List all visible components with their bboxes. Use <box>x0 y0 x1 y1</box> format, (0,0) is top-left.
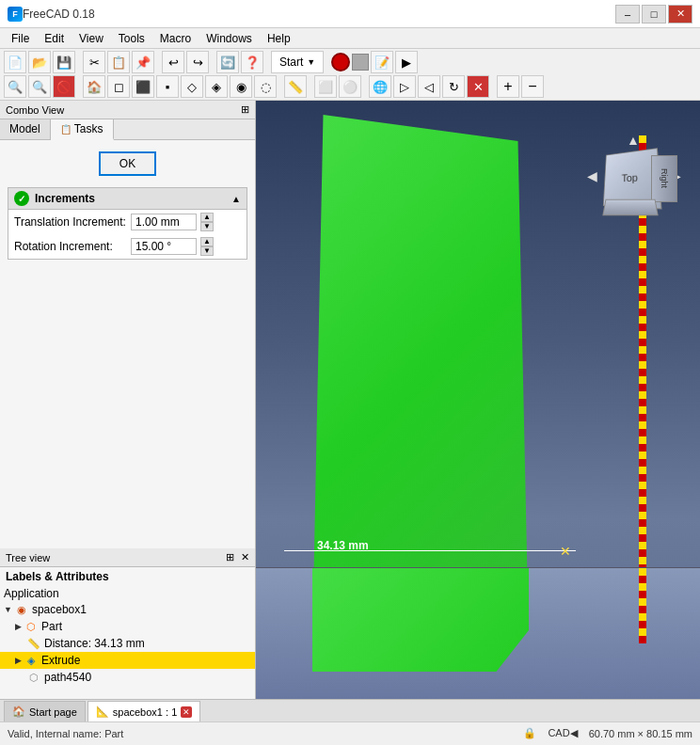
left-panel: Combo View ⊞ Model 📋 Tasks OK ✓ Incremen… <box>0 101 256 699</box>
spacebox1-expand[interactable]: ▼ <box>4 605 12 614</box>
zoom-in-button[interactable]: 🔍 <box>4 75 26 98</box>
open-button[interactable]: 📂 <box>28 51 51 73</box>
macro-edit-button[interactable]: 📝 <box>371 51 393 73</box>
macro-run-button[interactable]: ▶ <box>395 51 418 73</box>
tab-spacebox1[interactable]: 📐 spacebox1 : 1 ✕ <box>88 701 201 721</box>
left-view-button[interactable]: ◌ <box>254 75 277 98</box>
tab-model[interactable]: Model <box>0 119 51 139</box>
combo-view-expand[interactable]: ⊞ <box>241 103 249 116</box>
toolbar-area: 📄 📂 💾 ✂ 📋 📌 ↩ ↪ 🔄 ❓ Start ▼ 📝 ▶ 🔍 🔍 🚫 🏠 … <box>0 49 700 101</box>
tree-header-label: Tree view <box>6 552 50 563</box>
shape-border-bottom <box>639 568 646 643</box>
face-select-button[interactable]: ⬜ <box>314 75 337 98</box>
tree-distance-item[interactable]: 📏 Distance: 34.13 mm <box>0 635 255 652</box>
whatsthis-button[interactable]: ❓ <box>241 51 263 73</box>
zoom-minus-button[interactable]: − <box>521 75 544 98</box>
nav-right-button[interactable]: ▷ <box>393 75 416 98</box>
undo-button[interactable]: ↩ <box>162 51 184 73</box>
spacebox1-label: spacebox1 <box>32 603 87 616</box>
zoom-fit-button[interactable]: + <box>497 75 519 98</box>
start-dropdown[interactable]: Start ▼ <box>271 51 324 73</box>
extrude-expand[interactable]: ▶ <box>15 656 22 665</box>
nav-arrow-left[interactable]: ◀ <box>587 168 597 183</box>
tree-expand-icon[interactable]: ⊞ <box>226 551 234 563</box>
start-page-icon: 🏠 <box>12 705 25 718</box>
tree-extrude-item[interactable]: ▶ ◈ Extrude <box>0 652 255 669</box>
tree-spacebox1-item[interactable]: ▼ ◉ spacebox1 <box>0 601 255 618</box>
nav-stop-button[interactable]: ✕ <box>467 75 489 98</box>
increments-collapse-icon[interactable]: ▲ <box>231 194 241 204</box>
tree-close-icon[interactable]: ✕ <box>241 551 249 563</box>
minimize-button[interactable]: – <box>615 5 640 24</box>
menu-view[interactable]: View <box>72 30 111 47</box>
viewport[interactable]: 34.13 mm ✕ ◀ ▶ ▲ ▼ Top Right <box>256 101 700 699</box>
extrude-icon: ◈ <box>24 653 39 668</box>
rotation-increment-row: Rotation Increment: ▲ ▼ <box>8 234 247 259</box>
maximize-button[interactable]: □ <box>642 5 666 24</box>
spacebox1-tab-label: spacebox1 : 1 <box>113 706 178 718</box>
redo-button[interactable]: ↪ <box>186 51 209 73</box>
globe-button[interactable]: 🌐 <box>369 75 391 98</box>
iso-view-button[interactable]: ◇ <box>181 75 203 98</box>
tree-app-item[interactable]: Application <box>0 586 255 601</box>
ok-button[interactable]: OK <box>99 151 156 176</box>
back-view-button[interactable]: ◈ <box>205 75 228 98</box>
tree-header: Tree view ⊞ ✕ <box>0 548 255 567</box>
top-view-button[interactable]: ⬛ <box>132 75 154 98</box>
front-view-button[interactable]: ◻ <box>107 75 130 98</box>
rotation-input[interactable] <box>131 238 197 255</box>
path4540-icon: ⬡ <box>26 670 41 685</box>
refresh-button[interactable]: 🔄 <box>216 51 239 73</box>
stop-button[interactable] <box>352 54 369 71</box>
save-button[interactable]: 💾 <box>53 51 75 73</box>
right-view-button[interactable]: ▪ <box>156 75 179 98</box>
increments-header-left: ✓ Increments <box>14 191 95 206</box>
extrude-label: Extrude <box>41 654 80 667</box>
bottom-view-button[interactable]: ◉ <box>230 75 252 98</box>
nav-left-button[interactable]: ◁ <box>418 75 440 98</box>
nav-arrow-top[interactable]: ▲ <box>627 133 640 148</box>
increments-check-icon: ✓ <box>14 191 29 206</box>
edge-select-button[interactable]: ⚪ <box>339 75 361 98</box>
nav-forward-button[interactable]: ↻ <box>442 75 465 98</box>
menu-edit[interactable]: Edit <box>37 30 72 47</box>
record-button[interactable] <box>331 53 350 71</box>
paste-button[interactable]: 📌 <box>132 51 154 73</box>
shape-bottom <box>312 568 529 672</box>
part-expand[interactable]: ▶ <box>15 622 22 631</box>
translation-spinbox: ▲ ▼ <box>200 213 214 231</box>
menu-help[interactable]: Help <box>260 30 298 47</box>
cube-right-face[interactable]: Right <box>651 155 677 202</box>
translation-input[interactable] <box>131 214 197 230</box>
copy-button[interactable]: 📋 <box>107 51 130 73</box>
cube-right-label: Right <box>660 168 669 188</box>
measure-button[interactable]: 📏 <box>284 75 307 98</box>
tab-start-page[interactable]: 🏠 Start page <box>4 701 86 721</box>
tree-app-label: Application <box>4 587 59 600</box>
zoom-out-button[interactable]: 🔍 <box>28 75 51 98</box>
panel-tabs: Model 📋 Tasks <box>0 119 255 140</box>
start-label: Start <box>279 55 303 69</box>
spacebox1-tab-close[interactable]: ✕ <box>181 706 192 718</box>
lock-icon: 🔒 <box>523 727 536 739</box>
tree-part-item[interactable]: ▶ ⬡ Part <box>0 618 255 635</box>
status-right: 🔒 CAD◀ 60.70 mm × 80.15 mm <box>523 727 692 739</box>
new-button[interactable]: 📄 <box>4 51 26 73</box>
rotation-spin-up[interactable]: ▲ <box>200 237 214 246</box>
rotation-spin-down[interactable]: ▼ <box>200 246 214 256</box>
home-button[interactable]: 🏠 <box>83 75 105 98</box>
menu-file[interactable]: File <box>4 30 37 47</box>
cut-button[interactable]: ✂ <box>83 51 105 73</box>
tree-panel: Tree view ⊞ ✕ Labels & Attributes Applic… <box>0 548 256 699</box>
no-icon-button[interactable]: 🚫 <box>53 75 75 98</box>
menu-windows[interactable]: Windows <box>199 30 260 47</box>
combo-view-label: Combo View <box>6 104 64 116</box>
close-button[interactable]: ✕ <box>668 5 692 24</box>
translation-spin-up[interactable]: ▲ <box>200 213 214 222</box>
app-icon: F <box>8 7 23 22</box>
menu-macro[interactable]: Macro <box>152 30 199 47</box>
menu-tools[interactable]: Tools <box>111 30 152 47</box>
translation-spin-down[interactable]: ▼ <box>200 222 214 231</box>
tab-tasks[interactable]: 📋 Tasks <box>51 119 114 140</box>
tree-path4540-item[interactable]: ⬡ path4540 <box>0 669 255 686</box>
